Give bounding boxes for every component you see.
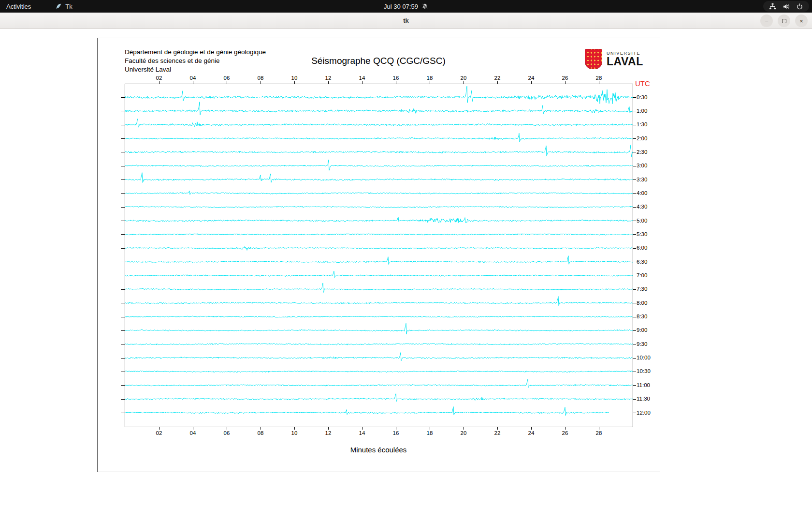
trace-tick-right [633, 344, 636, 344]
x-tick-label-top: 14 [359, 75, 365, 81]
trace-time-label: 3:00 [637, 163, 647, 168]
trace-time-label: 8:00 [637, 300, 647, 306]
x-tick-label-top: 28 [596, 75, 602, 81]
trace-tick-right [633, 97, 636, 98]
trace-tick-left [121, 125, 125, 125]
x-tick-label-top: 12 [325, 75, 332, 81]
activities-label: Activities [6, 3, 31, 10]
close-icon: × [799, 18, 803, 24]
x-tick-mark-top [227, 81, 227, 84]
maximize-icon [782, 19, 786, 23]
trace-time-label: 6:00 [637, 245, 647, 251]
trace-time-label: 1:00 [637, 108, 647, 114]
x-tick-mark-bottom [193, 427, 193, 430]
trace-tick-left [121, 303, 125, 303]
trace-tick-right [633, 138, 636, 139]
x-tick-label-top: 24 [528, 75, 535, 81]
network-icon [769, 3, 776, 10]
x-tick-mark-top [565, 81, 566, 84]
trace-time-label: 2:30 [637, 149, 647, 155]
x-tick-label-top: 08 [258, 75, 264, 81]
x-tick-mark-top [328, 81, 329, 84]
trace-tick-left [121, 166, 125, 166]
trace-time-label: 4:30 [637, 204, 647, 209]
trace-tick-right [633, 413, 636, 413]
x-tick-mark-bottom [599, 427, 599, 430]
trace-time-label: 4:00 [637, 190, 647, 196]
x-tick-label-top: 04 [190, 75, 196, 81]
trace-tick-right [633, 385, 636, 386]
trace-tick-right [633, 330, 636, 331]
utc-label: UTC [635, 79, 650, 88]
trace-time-label: 10:00 [637, 355, 651, 360]
x-tick-mark-bottom [227, 427, 227, 430]
x-tick-mark-bottom [430, 427, 430, 430]
x-tick-label-bottom: 18 [427, 430, 433, 436]
trace-tick-right [633, 289, 636, 290]
x-tick-mark-bottom [328, 427, 329, 430]
x-tick-label-top: 06 [224, 75, 230, 81]
plot-frame [125, 84, 633, 427]
trace-time-label: 1:30 [637, 121, 647, 127]
trace-tick-right [633, 303, 636, 303]
trace-time-label: 9:00 [637, 327, 647, 333]
x-tick-mark-top [599, 81, 599, 84]
trace-tick-right [633, 221, 636, 221]
trace-tick-left [121, 179, 125, 180]
x-tick-label-top: 10 [291, 75, 298, 81]
seismograph-panel: Département de géologie et de génie géol… [97, 38, 660, 472]
trace-tick-right [633, 166, 636, 166]
trace-tick-left [121, 344, 125, 344]
trace-time-label: 3:30 [637, 177, 647, 182]
trace-tick-left [121, 330, 125, 331]
x-tick-mark-top [531, 81, 532, 84]
trace-tick-left [121, 193, 125, 194]
x-tick-label-bottom: 20 [461, 430, 467, 436]
trace-tick-left [121, 372, 125, 372]
maximize-button[interactable] [778, 15, 790, 27]
minimize-button[interactable]: − [760, 15, 773, 27]
clock-button[interactable]: Jul 30 07:59 [377, 0, 435, 13]
tk-app-indicator[interactable]: Tk [49, 0, 78, 13]
x-tick-mark-bottom [565, 427, 566, 430]
trace-tick-left [121, 276, 125, 276]
x-tick-mark-bottom [464, 427, 464, 430]
x-tick-label-top: 20 [461, 75, 467, 81]
x-tick-mark-bottom [294, 427, 295, 430]
x-tick-label-top: 26 [562, 75, 568, 81]
x-tick-label-bottom: 16 [393, 430, 399, 436]
trace-tick-left [121, 111, 125, 111]
x-tick-label-bottom: 12 [325, 430, 332, 436]
window-content: Département de géologie et de génie géol… [0, 29, 812, 508]
chart-title: Séismographe QCQ (CGC/GSC) [311, 56, 446, 66]
trace-tick-right [633, 317, 636, 317]
laval-wordmark: UNIVERSITÉ LAVAL [607, 51, 643, 67]
x-tick-mark-bottom [362, 427, 362, 430]
tk-app-label: Tk [65, 3, 72, 10]
trace-time-label: 7:00 [637, 272, 647, 278]
trace-tick-right [633, 179, 636, 180]
trace-tick-left [121, 385, 125, 386]
x-tick-label-bottom: 14 [359, 430, 365, 436]
trace-time-label: 9:30 [637, 341, 647, 347]
system-status-area[interactable] [763, 1, 809, 12]
trace-tick-left [121, 413, 125, 413]
x-tick-mark-top [497, 81, 498, 84]
trace-tick-left [121, 234, 125, 235]
window-titlebar[interactable]: tk − × [0, 13, 812, 29]
trace-tick-left [121, 207, 125, 208]
x-tick-mark-top [464, 81, 464, 84]
close-button[interactable]: × [795, 15, 808, 27]
power-icon [796, 3, 803, 10]
trace-tick-right [633, 125, 636, 125]
x-tick-label-bottom: 24 [528, 430, 535, 436]
trace-tick-right [633, 372, 636, 372]
activities-button[interactable]: Activities [0, 0, 37, 13]
trace-time-label: 6:30 [637, 259, 647, 265]
x-tick-label-bottom: 22 [494, 430, 501, 436]
trace-tick-left [121, 97, 125, 98]
trace-tick-left [121, 221, 125, 221]
x-tick-label-bottom: 06 [224, 430, 230, 436]
institution-line-3: Université Laval [125, 65, 266, 74]
x-tick-mark-top [193, 81, 193, 84]
